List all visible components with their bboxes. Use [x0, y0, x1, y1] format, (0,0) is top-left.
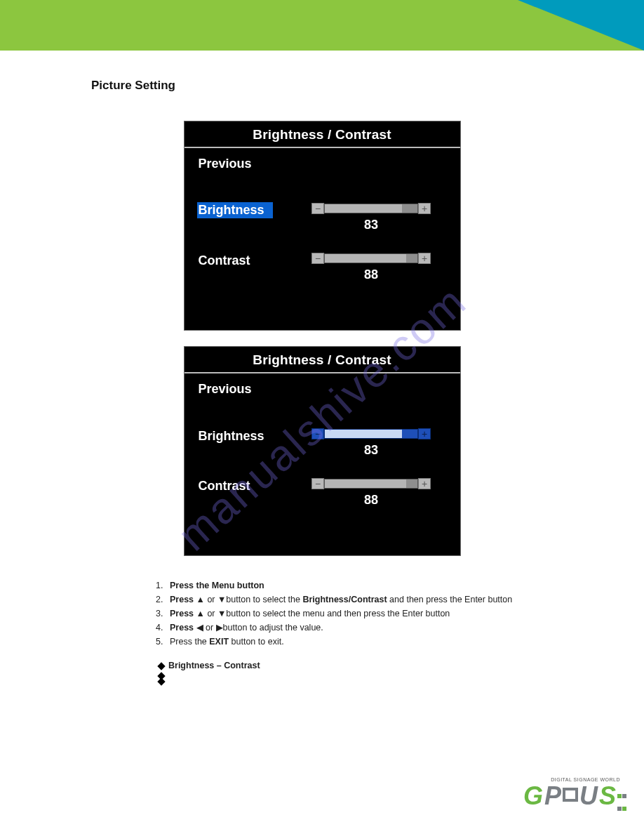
triangle-down-icon: ▼ [217, 595, 226, 604]
osd-title: Brightness / Contrast [185, 121, 460, 148]
contrast-slider[interactable]: − + [311, 252, 431, 265]
instructions-list: Press the Menu button Press ▲ or ▼button… [147, 578, 553, 684]
bullet-list: Brightness – Contrast [159, 658, 553, 684]
brightness-label: Brightness [197, 202, 273, 218]
contrast-value: 88 [364, 267, 378, 282]
bullet-item [159, 679, 553, 684]
osd-panel-brightness-selected: Brightness / Contrast Previous Brightnes… [184, 121, 461, 331]
osd-title: Brightness / Contrast [185, 347, 460, 373]
instruction-step: Press ◀ or ▶button to adjust the value. [166, 621, 553, 635]
logo: G P U S [523, 783, 627, 820]
brightness-slider[interactable]: − + [311, 202, 431, 215]
osd-previous[interactable]: Previous [197, 382, 448, 397]
osd-panel-brightness-adjust: Brightness / Contrast Previous Brightnes… [184, 346, 461, 556]
osd-row-contrast[interactable]: Contrast − + 88 [197, 252, 448, 282]
triangle-right-icon: ▶ [216, 623, 223, 633]
osd-previous[interactable]: Previous [197, 157, 448, 171]
brightness-slider-active[interactable]: − + [311, 428, 431, 440]
top-banner [0, 0, 644, 51]
contrast-label: Contrast [197, 477, 295, 495]
page-title: Picture Setting [91, 79, 553, 93]
plus-icon[interactable]: + [418, 428, 431, 439]
minus-icon[interactable]: − [311, 478, 324, 489]
diamond-icon [157, 678, 165, 686]
brightness-value: 83 [364, 443, 378, 458]
instruction-step: Press ▲ or ▼button to select the Brightn… [166, 593, 553, 607]
triangle-down-icon: ▼ [217, 609, 226, 618]
plus-icon[interactable]: + [418, 253, 431, 264]
banner-accent [518, 0, 644, 51]
bullet-item [159, 673, 553, 679]
contrast-label: Contrast [197, 252, 295, 270]
brightness-value: 83 [364, 218, 378, 232]
minus-icon[interactable]: − [311, 428, 324, 439]
diamond-icon [157, 662, 165, 670]
contrast-value: 88 [364, 493, 378, 508]
plus-icon[interactable]: + [418, 203, 431, 214]
triangle-up-icon: ▲ [196, 595, 205, 604]
triangle-left-icon: ◀ [196, 623, 203, 633]
minus-icon[interactable]: − [311, 203, 324, 214]
logo-flag-icon [617, 789, 627, 814]
brightness-label: Brightness [197, 428, 295, 445]
bullet-item: Brightness – Contrast [159, 658, 553, 673]
plus-icon[interactable]: + [418, 478, 431, 489]
minus-icon[interactable]: − [311, 253, 324, 264]
logo-o-icon [563, 788, 578, 802]
osd-row-brightness[interactable]: Brightness − + 83 [197, 428, 448, 458]
contrast-slider[interactable]: − + [311, 477, 431, 490]
instruction-step: Press ▲ or ▼button to select the menu an… [166, 607, 553, 621]
osd-row-brightness[interactable]: Brightness − + 83 [197, 202, 448, 232]
triangle-up-icon: ▲ [196, 609, 205, 618]
osd-row-contrast[interactable]: Contrast − + 88 [197, 477, 448, 508]
instruction-step: Press the Menu button [166, 578, 553, 593]
instruction-step: Press the EXIT button to exit. [166, 635, 553, 649]
footer-logo: DIGITAL SIGNAGE WORLD G P U S [523, 777, 627, 820]
